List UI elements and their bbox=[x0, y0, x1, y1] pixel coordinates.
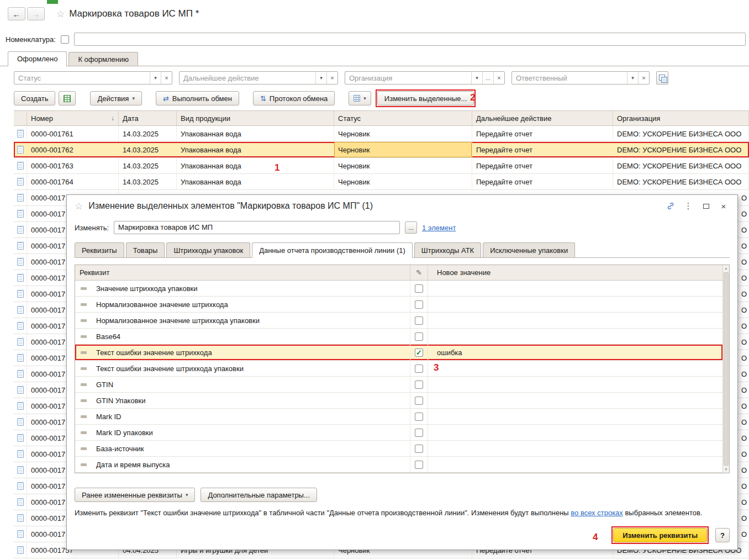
table-row[interactable]: 0000-001764 14.03.2025 Упакованная вода … bbox=[14, 174, 749, 190]
clear-button[interactable]: × bbox=[493, 72, 504, 84]
attribute-new-value[interactable] bbox=[428, 425, 722, 440]
attribute-row[interactable]: База-источник bbox=[75, 441, 722, 457]
dropdown-button[interactable]: ▾ bbox=[627, 72, 638, 84]
change-target-more-button[interactable]: ... bbox=[405, 221, 417, 234]
attribute-new-value[interactable] bbox=[428, 409, 722, 424]
column-header-new-value[interactable]: Новое значение bbox=[428, 265, 722, 280]
tab-goods[interactable]: Товары bbox=[126, 242, 165, 257]
column-header-date[interactable]: Дата bbox=[119, 111, 177, 125]
attribute-new-value[interactable] bbox=[428, 297, 722, 312]
column-header-status[interactable]: Статус bbox=[334, 111, 472, 125]
favorite-star-icon[interactable]: ☆ bbox=[75, 200, 83, 212]
attribute-checkbox[interactable] bbox=[415, 461, 423, 469]
all-rows-link[interactable]: во всех строках bbox=[571, 509, 623, 517]
attribute-row[interactable]: Base64 bbox=[75, 329, 722, 345]
tab-package-barcodes[interactable]: Штрихкоды упаковок bbox=[166, 242, 250, 257]
dialog-menu-button[interactable]: ⋮ bbox=[682, 200, 694, 212]
scroll-up-button[interactable]: ▲ bbox=[723, 265, 729, 272]
attribute-checkbox[interactable] bbox=[415, 364, 423, 373]
selected-elements-link[interactable]: 1 элемент bbox=[422, 224, 456, 232]
maximize-button[interactable] bbox=[700, 200, 712, 212]
previously-changed-button[interactable]: Ранее измененные реквизиты▾ bbox=[75, 488, 195, 502]
help-button[interactable]: ? bbox=[715, 528, 730, 542]
tab-formed[interactable]: Оформлено bbox=[8, 51, 67, 66]
attribute-new-value[interactable] bbox=[428, 393, 722, 408]
attribute-new-value[interactable] bbox=[428, 361, 722, 376]
attribute-checkbox[interactable] bbox=[415, 429, 423, 437]
run-exchange-button[interactable]: ⇄Выполнить обмен bbox=[156, 91, 239, 105]
attribute-checkbox[interactable] bbox=[415, 413, 423, 421]
attribute-checkbox[interactable] bbox=[415, 397, 423, 405]
table-row[interactable]: 0000-001761 14.03.2025 Упакованная вода … bbox=[14, 126, 749, 142]
attribute-new-value[interactable] bbox=[428, 457, 722, 472]
attribute-row[interactable]: GTIN Упаковки bbox=[75, 393, 722, 409]
attribute-row[interactable]: GTIN bbox=[75, 377, 722, 393]
attribute-new-value[interactable] bbox=[428, 281, 722, 296]
dropdown-button[interactable]: ▾ bbox=[315, 72, 326, 84]
filter-next-action[interactable]: Дальнейшее действие ▾ × bbox=[179, 71, 338, 84]
attribute-row-checked[interactable]: Текст ошибки значение штрихкода ✓ ошибка bbox=[75, 345, 722, 361]
attribute-row[interactable]: Нормализованное значение штрихкода bbox=[75, 297, 722, 313]
attribute-checkbox[interactable] bbox=[415, 445, 423, 453]
tab-production-line-report[interactable]: Данные отчета производственной линии (1) bbox=[252, 242, 413, 258]
attribute-row[interactable]: Нормализованное значение штрихкода упако… bbox=[75, 313, 722, 329]
apply-changes-button[interactable]: Изменить реквизиты bbox=[613, 528, 707, 542]
table-row[interactable]: 0000-001763 14.03.2025 Упакованная вода … bbox=[14, 158, 749, 174]
clear-button[interactable]: × bbox=[161, 72, 172, 84]
exchange-protocol-button[interactable]: ⇅Протокол обмена bbox=[253, 91, 335, 105]
attribute-new-value[interactable] bbox=[428, 377, 722, 392]
favorite-star-icon[interactable]: ☆ bbox=[56, 8, 65, 20]
tab-excluded-packages[interactable]: Исключенные упаковки bbox=[483, 242, 575, 257]
dropdown-button[interactable]: ▾ bbox=[471, 72, 482, 84]
column-header-action[interactable]: Дальнейшее действие bbox=[472, 111, 613, 125]
table-row-selected[interactable]: 0000-001762 14.03.2025 Упакованная вода … bbox=[14, 142, 749, 158]
choose-from-list-button[interactable] bbox=[656, 71, 668, 84]
attribute-new-value[interactable]: ошибка bbox=[428, 345, 722, 360]
attribute-row[interactable]: Значение штрихкода упаковки bbox=[75, 281, 722, 297]
change-target-field[interactable]: Маркировка товаров ИС МП bbox=[114, 221, 400, 234]
attribute-checkbox-checked[interactable]: ✓ bbox=[415, 348, 423, 357]
column-header-attribute[interactable]: Реквизит bbox=[75, 268, 410, 277]
filter-responsible[interactable]: Ответственный ▾ × bbox=[511, 71, 650, 84]
tab-to-form[interactable]: К оформлению bbox=[68, 52, 138, 66]
additional-params-button[interactable]: Дополнительные параметры... bbox=[201, 488, 317, 502]
grid-scrollbar[interactable]: ▲ ▼ bbox=[722, 265, 729, 473]
attribute-checkbox[interactable] bbox=[415, 300, 423, 309]
attribute-row[interactable]: Текст ошибки значение штрихкода упаковки bbox=[75, 361, 722, 377]
attribute-new-value[interactable] bbox=[428, 313, 722, 328]
list-settings-button[interactable]: ▾ bbox=[349, 91, 371, 105]
dialog-close-button[interactable]: × bbox=[718, 200, 730, 212]
more-button[interactable]: ... bbox=[482, 72, 493, 84]
attribute-row[interactable]: Дата и время выпуска bbox=[75, 457, 722, 473]
filter-status[interactable]: Статус ▾ × bbox=[14, 71, 172, 84]
attribute-checkbox[interactable] bbox=[415, 316, 423, 325]
attribute-new-value[interactable] bbox=[428, 441, 722, 456]
scrollbar-thumb[interactable] bbox=[724, 272, 729, 466]
nomenclature-checkbox[interactable] bbox=[61, 35, 69, 44]
edit-selected-button[interactable]: Изменить выделенные... bbox=[377, 91, 474, 105]
tab-attributes[interactable]: Реквизиты bbox=[75, 242, 124, 257]
attribute-checkbox[interactable] bbox=[415, 284, 423, 293]
column-header-organization[interactable]: Организация bbox=[613, 111, 749, 125]
clear-button[interactable]: × bbox=[638, 72, 649, 84]
attribute-row[interactable]: Mark ID bbox=[75, 409, 722, 425]
actions-menu-button[interactable]: Действия▾ bbox=[90, 91, 142, 105]
attribute-checkbox[interactable] bbox=[415, 332, 423, 341]
create-button[interactable]: Создать bbox=[14, 91, 55, 105]
filter-organization[interactable]: Организация ▾ ... × bbox=[345, 71, 505, 84]
attribute-new-value[interactable] bbox=[428, 329, 722, 344]
dropdown-button[interactable]: ▾ bbox=[150, 72, 161, 84]
forward-button[interactable]: → bbox=[27, 7, 45, 20]
save-to-spreadsheet-button[interactable] bbox=[59, 91, 76, 105]
attribute-row[interactable]: Mark ID упаковки bbox=[75, 425, 722, 441]
clear-button[interactable]: × bbox=[326, 72, 337, 84]
nomenclature-input[interactable] bbox=[74, 33, 746, 46]
scroll-down-button[interactable]: ▼ bbox=[723, 466, 729, 473]
back-button[interactable]: ← bbox=[8, 7, 25, 20]
get-link-button[interactable] bbox=[664, 200, 677, 212]
column-header-product[interactable]: Вид продукции bbox=[177, 111, 334, 125]
tab-atk-barcodes[interactable]: Штрихкоды АТК bbox=[414, 242, 481, 257]
attribute-checkbox[interactable] bbox=[415, 381, 423, 389]
column-header-number[interactable]: Номер↓ bbox=[27, 111, 119, 125]
column-header-edit[interactable]: ✎ bbox=[410, 265, 428, 280]
